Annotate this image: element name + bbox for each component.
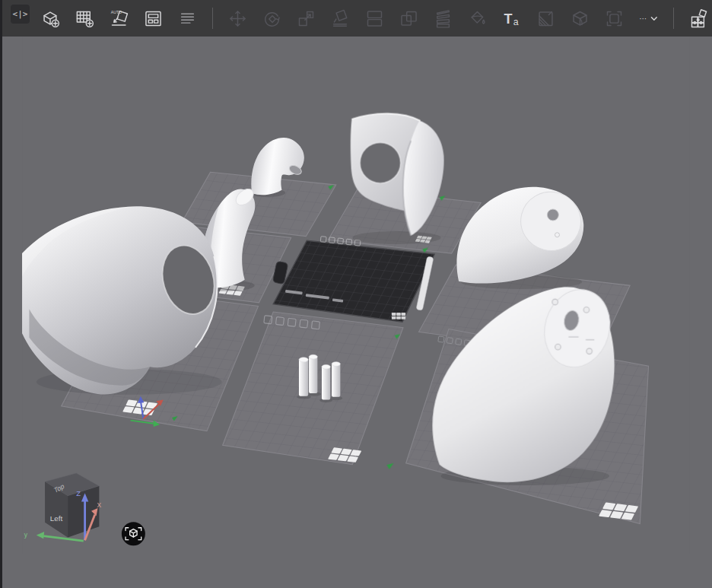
sidebar-collapse-button[interactable]: <|>: [11, 5, 30, 24]
add-plate-button[interactable]: [69, 3, 100, 34]
svg-text:T: T: [504, 11, 512, 26]
add-object-icon: [40, 8, 61, 29]
move-icon: [227, 8, 248, 29]
object-list-button[interactable]: [172, 3, 203, 34]
variable-layer-height-icon: [433, 8, 453, 29]
object-list-icon: [177, 8, 198, 29]
more-options-icon: ···: [638, 8, 659, 29]
split-parts-icon: [399, 8, 419, 29]
more-options-button[interactable]: ···: [633, 3, 664, 34]
scale-icon: [296, 8, 316, 29]
add-object-button[interactable]: [35, 3, 66, 34]
color-paint-button[interactable]: [462, 3, 493, 34]
z-axis-label: Z: [76, 490, 81, 497]
split-to-objects-button[interactable]: [359, 3, 390, 34]
text-shape-icon: T a: [501, 8, 522, 29]
move-button[interactable]: [222, 3, 253, 34]
mesh-boolean-button[interactable]: [564, 3, 596, 34]
rotate-button[interactable]: [256, 3, 288, 34]
chevron-down-icon: [651, 17, 656, 19]
toolbar-separator-2: [673, 8, 674, 29]
slicer-window: <|> AUTO: [0, 0, 712, 588]
window-left-edge: [0, 0, 2, 588]
viewport-3d[interactable]: Top Left Z X y: [0, 37, 712, 588]
fuzzy-skin-button[interactable]: [599, 3, 630, 34]
navcube-left-label: Left: [50, 514, 63, 523]
toolbar-icons: AUTO: [35, 3, 712, 34]
add-plate-icon: [75, 8, 95, 29]
fit-view-button[interactable]: [122, 522, 145, 545]
arrange-icon: [143, 8, 164, 29]
toolbar-separator: [212, 8, 213, 29]
text-shape-button[interactable]: T a: [496, 3, 527, 34]
x-axis-label: X: [97, 501, 102, 509]
split-to-parts-button[interactable]: [393, 3, 424, 34]
svg-text:a: a: [513, 16, 519, 27]
mesh-boolean-icon: [570, 8, 590, 29]
fuzzy-skin-icon: [604, 8, 625, 29]
lay-on-face-icon: [330, 8, 351, 29]
auto-orient-button[interactable]: AUTO: [103, 3, 135, 34]
main-toolbar: <|> AUTO: [0, 0, 712, 37]
split-objects-icon: [364, 8, 385, 29]
seam-paint-button[interactable]: [530, 3, 561, 34]
auto-orient-icon: AUTO: [109, 8, 129, 29]
assembly-view-button[interactable]: [683, 3, 712, 34]
rotate-icon: [262, 8, 282, 29]
arrange-all-button[interactable]: [138, 3, 169, 34]
scale-button[interactable]: [291, 3, 322, 34]
variable-layer-height-button[interactable]: [428, 3, 459, 34]
svg-text:···: ···: [639, 14, 647, 22]
seam-paint-icon: [536, 8, 556, 29]
assembly-puzzle-icon: [688, 8, 709, 29]
lay-on-face-button[interactable]: [325, 3, 356, 34]
paint-bucket-icon: [467, 8, 488, 29]
